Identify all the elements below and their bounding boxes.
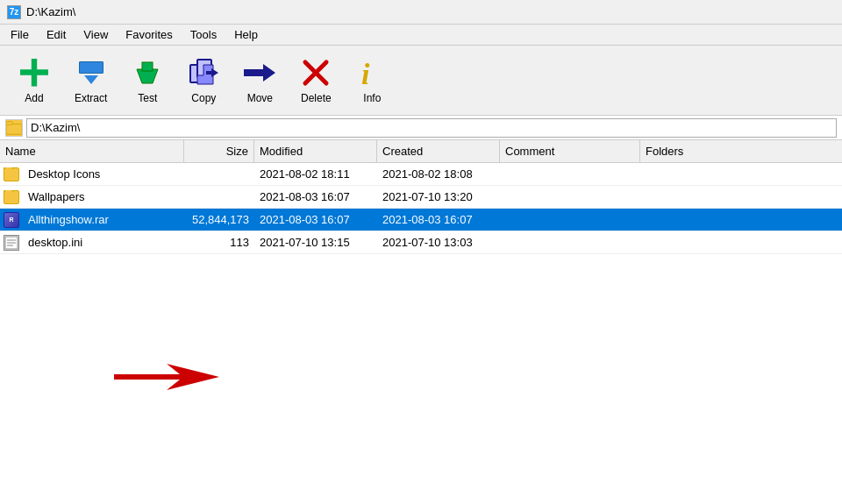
move-button[interactable]: Move — [232, 50, 287, 111]
test-icon — [132, 57, 163, 89]
file-list: Desktop Icons 2021-08-02 18:11 2021-08-0… — [0, 163, 842, 504]
col-size[interactable]: Size — [184, 140, 254, 162]
copy-icon — [188, 57, 219, 89]
svg-rect-1 — [142, 62, 153, 71]
extract-button[interactable]: Extract — [63, 50, 118, 111]
menu-tools[interactable]: Tools — [183, 26, 224, 43]
col-comment[interactable]: Comment — [500, 140, 640, 162]
title-bar: 7z D:\Kazim\ — [0, 0, 842, 25]
info-button[interactable]: i Info — [345, 50, 399, 111]
table-row[interactable]: desktop.ini 113 2021-07-10 13:15 2021-07… — [0, 231, 842, 254]
file-modified: 2021-08-02 18:11 — [254, 167, 377, 181]
svg-rect-10 — [6, 124, 22, 134]
file-name: Wallpapers — [23, 190, 90, 203]
file-created: 2021-08-02 18:08 — [377, 167, 500, 181]
table-row[interactable]: Wallpapers 2021-08-03 16:07 2021-07-10 1… — [0, 186, 842, 209]
delete-button[interactable]: Delete — [289, 50, 343, 111]
file-created: 2021-08-03 16:07 — [377, 213, 500, 226]
address-bar — [0, 116, 842, 140]
menu-edit[interactable]: Edit — [39, 26, 73, 43]
rar-icon: R — [4, 212, 19, 228]
app-icon: 7z — [7, 5, 21, 19]
file-size: 52,844,173 — [184, 213, 254, 226]
delete-icon — [300, 57, 332, 89]
svg-marker-6 — [244, 64, 275, 82]
table-row[interactable]: Desktop Icons 2021-08-02 18:11 2021-08-0… — [0, 163, 842, 186]
add-label: Add — [25, 92, 43, 104]
svg-text:i: i — [361, 58, 370, 88]
col-folders[interactable]: Folders — [640, 140, 746, 162]
file-modified: 2021-08-03 16:07 — [254, 213, 377, 226]
file-list-header: Name Size Modified Created Comment Folde… — [0, 140, 842, 163]
file-name: desktop.ini — [23, 236, 88, 249]
address-input[interactable] — [26, 118, 837, 138]
delete-label: Delete — [301, 92, 332, 104]
file-name: Allthingshow.rar — [23, 213, 114, 226]
main-content: Name Size Modified Created Comment Folde… — [0, 140, 842, 504]
file-modified: 2021-07-10 13:15 — [254, 236, 377, 249]
add-icon — [18, 57, 50, 89]
col-created[interactable]: Created — [377, 140, 500, 162]
col-name[interactable]: Name — [0, 140, 184, 162]
menu-bar: File Edit View Favorites Tools Help — [0, 25, 842, 46]
svg-rect-11 — [6, 121, 12, 124]
menu-file[interactable]: File — [4, 26, 36, 43]
file-name: Desktop Icons — [23, 167, 105, 181]
menu-help[interactable]: Help — [227, 26, 265, 43]
move-label: Move — [247, 92, 273, 104]
folder-icon — [4, 167, 19, 181]
address-folder-icon — [5, 119, 23, 137]
extract-icon — [75, 57, 107, 89]
title-bar-text: D:\Kazim\ — [26, 5, 75, 18]
ini-icon — [4, 235, 19, 251]
col-modified[interactable]: Modified — [254, 140, 377, 162]
toolbar: Add Extract Test — [0, 46, 842, 116]
file-created: 2021-07-10 13:03 — [377, 236, 500, 249]
menu-favorites[interactable]: Favorites — [118, 26, 179, 43]
copy-label: Copy — [191, 92, 216, 104]
test-label: Test — [138, 92, 157, 104]
file-modified: 2021-08-03 16:07 — [254, 190, 377, 203]
test-button[interactable]: Test — [120, 50, 175, 111]
copy-button[interactable]: Copy — [176, 50, 231, 111]
move-icon — [244, 57, 275, 89]
info-icon: i — [356, 57, 388, 89]
menu-view[interactable]: View — [76, 26, 115, 43]
folder-icon — [4, 190, 19, 204]
file-created: 2021-07-10 13:20 — [377, 190, 500, 203]
add-button[interactable]: Add — [7, 50, 61, 111]
info-label: Info — [363, 92, 381, 104]
extract-label: Extract — [75, 92, 107, 104]
file-size: 113 — [184, 236, 254, 249]
table-row[interactable]: R Allthingshow.rar 52,844,173 2021-08-03… — [0, 209, 842, 231]
